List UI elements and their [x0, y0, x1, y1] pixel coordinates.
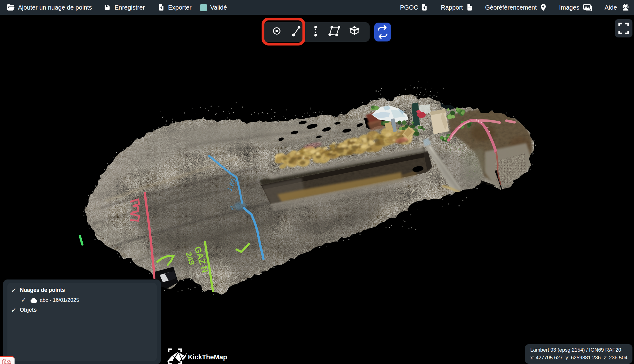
svg-text:KickTheMap: KickTheMap — [188, 353, 227, 361]
